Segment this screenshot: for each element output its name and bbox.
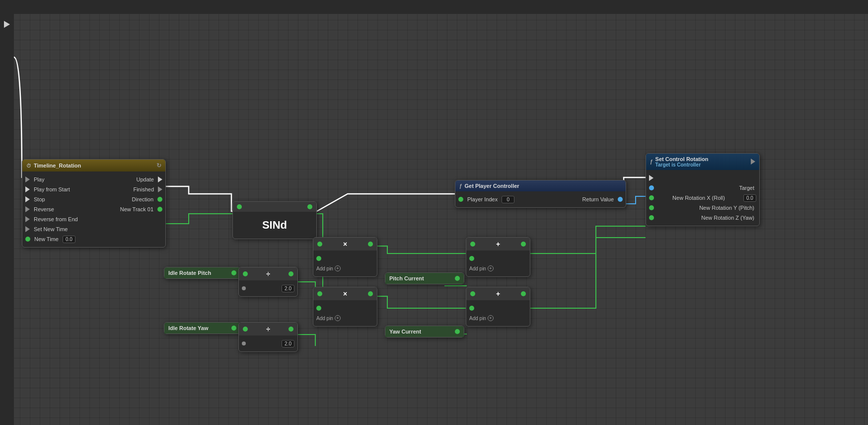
- set-exec-in: [649, 175, 653, 181]
- divide-pitch-header: ÷: [239, 267, 297, 280]
- newtime-label: New Time: [34, 236, 59, 242]
- sind-header: [233, 202, 316, 212]
- clock-icon: ⏱: [26, 163, 31, 169]
- sind-node[interactable]: SINd: [232, 201, 317, 239]
- target-label: Target: [739, 185, 754, 191]
- add-pin-4-body: Add pin +: [466, 300, 530, 326]
- reversefromend-exec-in: [25, 216, 30, 222]
- div-pitch-value[interactable]: 2.0: [282, 285, 294, 292]
- rotation-x-pin: [649, 195, 654, 200]
- divide-pitch-node[interactable]: ÷ 2.0: [238, 267, 298, 297]
- addpin-text-3: Add pin: [469, 266, 486, 271]
- pitch-current-title: Pitch Current: [389, 275, 424, 281]
- set-rotation-x-row: New Rotation X (Roll) 0.0: [646, 193, 759, 203]
- divide-yaw-symbol: ÷: [266, 325, 270, 333]
- div-pitch-value-row: 2.0: [239, 283, 297, 293]
- reverse-exec-in: [25, 206, 30, 212]
- newtime-pin: [25, 237, 30, 242]
- rotation-y-label: New Rotation Y (Pitch): [699, 205, 754, 211]
- set-exec-out-icon: [751, 159, 755, 165]
- add1-in2: [316, 256, 321, 261]
- add4-pin-row: [466, 303, 530, 313]
- idle-yaw-out: [231, 326, 236, 331]
- divide-symbol: ÷: [266, 270, 270, 278]
- reversefromend-label: Reverse from End: [34, 216, 78, 222]
- add4-out: [521, 291, 526, 296]
- divide-pitch-body: 2.0: [239, 280, 297, 296]
- add4-in2: [469, 306, 474, 311]
- add-pin-node-3[interactable]: + Add pin +: [466, 237, 530, 277]
- add2-out: [368, 291, 373, 296]
- add1-in1: [317, 242, 322, 247]
- add4-addpin-row[interactable]: Add pin +: [466, 313, 530, 323]
- add-pin-3-label[interactable]: Add pin +: [469, 265, 494, 271]
- add-pin-3-body: Add pin +: [466, 251, 530, 276]
- addpin-plus-2[interactable]: +: [335, 315, 341, 321]
- add-pin-2-label[interactable]: Add pin +: [316, 315, 341, 321]
- add-pin-2-header: ×: [313, 287, 377, 300]
- add2-addpin-row[interactable]: Add pin +: [313, 313, 377, 323]
- add-pin-1-label[interactable]: Add pin +: [316, 265, 341, 271]
- player-index-value[interactable]: 0: [502, 196, 514, 203]
- set-rotation-header: ƒ Set Control Rotation Target is Control…: [646, 154, 759, 170]
- add3-addpin-row[interactable]: Add pin +: [466, 263, 530, 273]
- div-pitch-out: [289, 271, 293, 276]
- newtime-value[interactable]: 0.0: [63, 236, 75, 243]
- addpin-plus-3[interactable]: +: [488, 265, 494, 271]
- timeline-header: ⏱ Timeline_Rotation ↻: [22, 160, 165, 171]
- add-pin-node-1[interactable]: × Add pin +: [313, 237, 377, 277]
- timeline-title: Timeline_Rotation: [34, 163, 81, 169]
- add-pin-node-2[interactable]: × Add pin +: [313, 287, 377, 327]
- add-pin-3-header: +: [466, 238, 530, 251]
- div-yaw-out: [289, 327, 293, 332]
- yaw-current-node[interactable]: Yaw Current: [385, 326, 464, 338]
- multiply-sym-1: ×: [343, 240, 347, 248]
- div-yaw-in2: [242, 341, 246, 345]
- get-player-controller-node[interactable]: ƒ Get Player Controller Player Index 0 R…: [455, 180, 626, 208]
- addpin-plus-4[interactable]: +: [488, 315, 494, 321]
- get-player-title: Get Player Controller: [465, 183, 519, 189]
- pin-row-setnewtime: Set New Time: [22, 224, 165, 234]
- add3-out: [521, 242, 526, 247]
- rotation-x-label: New Rotation X (Roll): [672, 195, 725, 201]
- add-pin-2-body: Add pin +: [313, 300, 377, 326]
- add2-in2: [316, 306, 321, 311]
- yaw-current-out: [455, 329, 460, 334]
- rotation-x-value[interactable]: 0.0: [743, 194, 756, 202]
- sind-body: SINd: [233, 212, 316, 239]
- add1-addpin-row[interactable]: Add pin +: [313, 263, 377, 273]
- idle-pitch-out: [231, 270, 236, 275]
- newtrack-pin: [157, 207, 162, 212]
- setnewtime-label: Set New Time: [34, 226, 68, 232]
- addpin-text-2: Add pin: [316, 316, 333, 321]
- player-index-pin: [458, 197, 463, 202]
- add-pin-node-4[interactable]: + Add pin +: [466, 287, 530, 327]
- direction-pin: [157, 197, 162, 202]
- idle-pitch-node[interactable]: Idle Rotate Pitch: [164, 267, 241, 279]
- addpin-plus-1[interactable]: +: [335, 265, 341, 271]
- yaw-current-header: Yaw Current: [385, 326, 464, 337]
- divide-yaw-node[interactable]: ÷ 2.0: [238, 322, 298, 352]
- newtrack-label: New Track 01: [120, 206, 153, 212]
- refresh-icon: ↻: [156, 162, 161, 169]
- pin-row-play: Play Update: [22, 174, 165, 184]
- stop-label: Stop: [34, 196, 45, 202]
- pitch-current-node[interactable]: Pitch Current: [385, 272, 464, 284]
- rotation-z-label: New Rotation Z (Yaw): [701, 215, 754, 221]
- add-pin-4-label[interactable]: Add pin +: [469, 315, 494, 321]
- play-exec-in: [25, 176, 30, 182]
- add3-pin-row: [466, 254, 530, 263]
- addpin-text-4: Add pin: [469, 316, 486, 321]
- stop-exec-in: [25, 196, 30, 202]
- idle-yaw-node[interactable]: Idle Rotate Yaw: [164, 322, 241, 334]
- add1-pin-row: [313, 254, 377, 263]
- get-player-pins: Player Index 0 Return Value: [455, 194, 626, 204]
- timeline-node[interactable]: ⏱ Timeline_Rotation ↻ Play Update Play f…: [22, 159, 166, 248]
- set-rotation-z-row: New Rotation Z (Yaw): [646, 213, 759, 223]
- add3-in1: [470, 242, 475, 247]
- set-control-rotation-node[interactable]: ƒ Set Control Rotation Target is Control…: [646, 153, 760, 226]
- addpin-text-1: Add pin: [316, 266, 333, 271]
- sind-label: SINd: [262, 219, 287, 231]
- div-yaw-value[interactable]: 2.0: [282, 340, 294, 347]
- set-rotation-exec-out: [751, 159, 755, 166]
